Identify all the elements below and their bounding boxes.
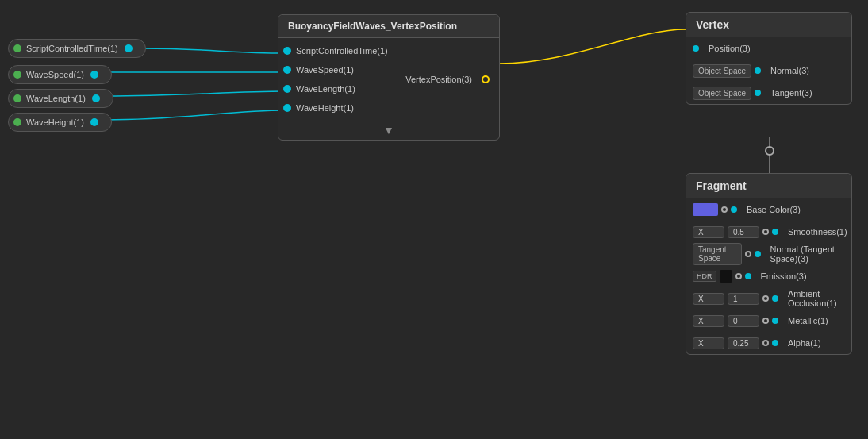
smoothness-x-field[interactable]: X — [693, 226, 724, 238]
port-dot-script-time — [13, 44, 21, 52]
metallic-x-field[interactable]: X — [693, 315, 724, 327]
base-color-swatch[interactable] — [693, 203, 718, 216]
port-frag-smooth-dot — [762, 229, 769, 235]
frag-port-ao: X 1 Ambient Occlusion(1) — [686, 287, 851, 310]
input-node-wave-speed[interactable]: WaveSpeed(1) — [8, 65, 112, 84]
frag-ao-label: Ambient Occlusion(1) — [788, 289, 845, 308]
port-frag-normal-dot — [745, 251, 751, 257]
frag-port-metallic: X 0 Metallic(1) — [686, 310, 851, 332]
central-input-1: WaveSpeed(1) — [278, 60, 396, 79]
central-output-0: VertexPosition(3) — [401, 70, 494, 89]
input-node-wave-length[interactable]: WaveLength(1) — [8, 89, 113, 108]
input-node-script-time[interactable]: ScriptControlledTime(1) — [8, 39, 146, 58]
vertex-port-normal: Object Space Normal(3) — [686, 60, 851, 82]
port-out-vertex-pos — [482, 75, 490, 83]
central-input-label-2: WaveLength(1) — [296, 84, 355, 94]
port-dot-wave-length — [13, 94, 21, 102]
port-in-wave-length — [283, 85, 291, 93]
port-frag-base-color-dot — [721, 206, 728, 213]
vertex-port-position: Position(3) — [686, 37, 851, 60]
port-frag-metallic-dot — [762, 318, 769, 324]
port-frag-normal-in — [755, 251, 761, 257]
frag-base-color-label: Base Color(3) — [747, 205, 801, 214]
input-node-wave-height[interactable]: WaveHeight(1) — [8, 113, 112, 132]
port-in-wave-height — [283, 104, 291, 112]
frag-smooth-label: Smoothness(1) — [788, 227, 847, 237]
central-node: BuoyancyFieldWaves_VertexPosition Script… — [278, 14, 500, 141]
expand-arrow: ▼ — [383, 124, 394, 137]
ao-value-field[interactable]: 1 — [728, 293, 759, 305]
central-input-label-0: ScriptControlledTime(1) — [296, 46, 388, 56]
object-space-badge-tangent[interactable]: Object Space — [693, 87, 751, 100]
port-vertex-tangent-in — [755, 90, 761, 96]
central-inputs: ScriptControlledTime(1) WaveSpeed(1) Wav… — [278, 38, 396, 121]
port-frag-ao-in — [772, 295, 778, 302]
metallic-value-field[interactable]: 0 — [728, 315, 759, 327]
port-dot-wave-height-out — [90, 118, 98, 126]
port-frag-smooth-in — [772, 229, 778, 235]
central-outputs: VertexPosition(3) — [396, 38, 499, 121]
port-vertex-pos-in — [693, 45, 699, 52]
vertex-tangent-label: Tangent(3) — [770, 88, 812, 98]
frag-emission-label: Emission(3) — [761, 271, 807, 281]
central-input-label-1: WaveSpeed(1) — [296, 65, 354, 75]
port-frag-alpha-in — [772, 340, 778, 346]
vertex-node-title: Vertex — [686, 13, 851, 37]
frag-normal-label: Normal (Tangent Space)(3) — [770, 245, 845, 264]
frag-metallic-label: Metallic(1) — [788, 316, 828, 325]
port-in-script-time — [283, 47, 291, 55]
port-frag-alpha-dot — [762, 340, 769, 346]
alpha-value-field[interactable]: 0.25 — [728, 337, 759, 349]
central-input-0: ScriptControlledTime(1) — [278, 41, 396, 60]
frag-port-base-color: Base Color(3) — [686, 198, 851, 221]
port-frag-ao-dot — [762, 295, 769, 302]
frag-port-smoothness: X 0.5 Smoothness(1) — [686, 221, 851, 243]
vertex-fragment-connector — [765, 146, 774, 156]
canvas: ScriptControlledTime(1) WaveSpeed(1) Wav… — [0, 0, 868, 439]
central-node-title: BuoyancyFieldWaves_VertexPosition — [278, 15, 499, 38]
port-in-wave-speed — [283, 66, 291, 74]
vertex-pos-label: Position(3) — [709, 44, 751, 53]
wave-length-label: WaveLength(1) — [26, 94, 86, 103]
port-dot-wave-height — [13, 118, 21, 126]
tangent-space-badge[interactable]: Tangent Space — [693, 243, 742, 265]
port-dot-wave-length-out — [92, 94, 100, 102]
hdr-badge[interactable]: HDR — [693, 271, 716, 282]
vertex-node: Vertex Position(3) Object Space Normal(3… — [686, 12, 852, 105]
port-frag-metallic-in — [772, 318, 778, 324]
central-input-2: WaveLength(1) — [278, 79, 396, 98]
port-dot-wave-speed — [13, 71, 21, 79]
emission-color-swatch[interactable] — [720, 270, 732, 283]
fragment-node-title: Fragment — [686, 174, 851, 198]
script-time-label: ScriptControlledTime(1) — [26, 44, 118, 53]
frag-alpha-label: Alpha(1) — [788, 338, 821, 348]
object-space-badge-normal[interactable]: Object Space — [693, 64, 751, 78]
ao-x-field[interactable]: X — [693, 293, 724, 305]
port-dot-script-time-out — [125, 44, 133, 52]
wave-speed-label: WaveSpeed(1) — [26, 70, 84, 79]
alpha-x-field[interactable]: X — [693, 337, 724, 349]
vertex-port-tangent: Object Space Tangent(3) — [686, 82, 851, 104]
port-vertex-normal-in — [755, 67, 761, 74]
port-frag-base-color-in — [731, 206, 737, 213]
central-expand[interactable]: ▼ — [278, 121, 499, 140]
port-frag-emission-in — [745, 273, 751, 279]
frag-port-emission: HDR Emission(3) — [686, 265, 851, 287]
fragment-node: Fragment Base Color(3) X 0.5 Smoothness(… — [686, 173, 852, 355]
wave-height-label: WaveHeight(1) — [26, 117, 84, 127]
smoothness-value-field[interactable]: 0.5 — [728, 226, 759, 238]
central-input-3: WaveHeight(1) — [278, 98, 396, 117]
central-output-label-0: VertexPosition(3) — [405, 75, 472, 84]
frag-port-alpha: X 0.25 Alpha(1) — [686, 332, 851, 354]
port-dot-wave-speed-out — [90, 71, 98, 79]
central-input-label-3: WaveHeight(1) — [296, 103, 354, 113]
frag-port-normal-tangent: Tangent Space Normal (Tangent Space)(3) — [686, 243, 851, 265]
port-frag-emission-dot — [735, 273, 742, 279]
vertex-normal-label: Normal(3) — [770, 66, 809, 75]
